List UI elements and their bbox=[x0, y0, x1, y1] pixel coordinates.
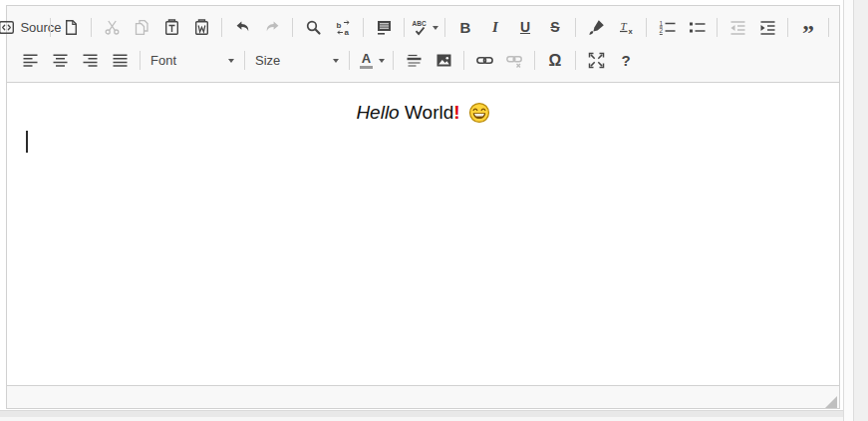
find-button[interactable] bbox=[299, 15, 327, 40]
blockquote-icon: ” bbox=[800, 19, 817, 36]
italic-icon: I bbox=[487, 19, 504, 36]
new-page-button[interactable] bbox=[57, 15, 85, 40]
remove-format-button[interactable]: Tx bbox=[612, 15, 640, 40]
bold-icon: B bbox=[457, 19, 474, 36]
question-mark-icon: ? bbox=[618, 52, 635, 69]
underline-button[interactable]: U bbox=[511, 15, 539, 40]
bulleted-list-icon bbox=[689, 19, 706, 36]
replace-icon: ba bbox=[335, 19, 352, 36]
font-combo[interactable]: Font bbox=[145, 48, 239, 73]
insert-special-character-button[interactable]: Ω bbox=[541, 48, 569, 73]
horizontal-rule-icon bbox=[406, 52, 423, 69]
align-right-button[interactable] bbox=[76, 48, 104, 73]
resize-handle-icon[interactable] bbox=[825, 394, 837, 406]
align-justify-icon bbox=[112, 52, 129, 69]
toolbar-separator bbox=[534, 51, 535, 70]
redo-icon bbox=[264, 19, 281, 36]
decrease-indent-button[interactable] bbox=[723, 15, 751, 40]
text-color-button[interactable]: A bbox=[356, 48, 387, 73]
toolbar-separator bbox=[717, 18, 718, 37]
paste-word-icon bbox=[193, 19, 210, 36]
omega-icon: Ω bbox=[547, 52, 564, 69]
copy-button[interactable] bbox=[128, 15, 155, 40]
paste-as-plain-text-button[interactable] bbox=[157, 15, 185, 40]
exclamation-text: ! bbox=[453, 102, 459, 123]
paste-text-icon bbox=[163, 19, 180, 36]
maximize-button[interactable] bbox=[582, 48, 610, 73]
source-label: Source bbox=[20, 20, 61, 35]
toolbar-separator bbox=[221, 18, 222, 37]
toolbar-separator bbox=[575, 51, 576, 70]
paste-from-word-button[interactable] bbox=[187, 15, 215, 40]
svg-text:x: x bbox=[628, 27, 633, 36]
spell-check-button[interactable]: ABC bbox=[411, 15, 438, 40]
vertical-scrollbar[interactable] bbox=[843, 0, 854, 421]
hello-italic-text: Hello bbox=[356, 102, 399, 123]
size-combo-label: Size bbox=[255, 53, 280, 68]
toolbar-separator bbox=[91, 18, 92, 37]
svg-text:a: a bbox=[344, 28, 349, 37]
toolbar-separator bbox=[404, 18, 405, 37]
decrease-indent-icon bbox=[729, 19, 746, 36]
editor-content-area[interactable]: Hello World! bbox=[7, 83, 839, 385]
insert-numbered-list-button[interactable]: 12 bbox=[653, 15, 681, 40]
find-icon bbox=[305, 19, 322, 36]
image-icon bbox=[435, 52, 452, 69]
toolbar-separator bbox=[349, 51, 350, 70]
align-center-button[interactable] bbox=[46, 48, 74, 73]
svg-text:2: 2 bbox=[659, 27, 663, 34]
about-button[interactable]: ? bbox=[612, 48, 640, 73]
chevron-down-icon bbox=[228, 59, 234, 63]
font-combo-label: Font bbox=[150, 53, 176, 68]
italic-button[interactable]: I bbox=[481, 15, 509, 40]
svg-text:ABC: ABC bbox=[412, 20, 426, 27]
toolbar-row-2: FontSizeAΩ? bbox=[15, 45, 831, 76]
undo-icon bbox=[234, 19, 251, 36]
window-bottom-strip-light bbox=[0, 417, 843, 421]
spellcheck-icon: ABC bbox=[412, 19, 429, 36]
link-icon bbox=[476, 52, 493, 69]
bold-button[interactable]: B bbox=[451, 15, 479, 40]
strikethrough-button[interactable]: S bbox=[541, 15, 569, 40]
select-all-button[interactable] bbox=[370, 15, 398, 40]
size-combo[interactable]: Size bbox=[250, 48, 344, 73]
unlink-icon bbox=[506, 52, 523, 69]
source-button[interactable]: Source bbox=[16, 15, 44, 40]
rich-text-editor: SourcebaABCBIUSTx12”<></><!?>FontSizeAΩ?… bbox=[6, 5, 840, 409]
maximize-icon bbox=[588, 52, 605, 69]
redo-button[interactable] bbox=[258, 15, 286, 40]
copy-formatting-button[interactable] bbox=[582, 15, 610, 40]
insert-link-button[interactable] bbox=[470, 48, 498, 73]
insert-image-button[interactable] bbox=[430, 48, 457, 73]
replace-button[interactable]: ba bbox=[329, 15, 357, 40]
underline-icon: U bbox=[517, 19, 534, 36]
toolbar-separator bbox=[244, 51, 245, 70]
undo-button[interactable] bbox=[228, 15, 256, 40]
svg-text:1: 1 bbox=[659, 20, 663, 27]
toolbar-separator bbox=[787, 18, 788, 37]
copy-icon bbox=[134, 19, 150, 36]
insert-horizontal-rule-button[interactable] bbox=[400, 48, 428, 73]
unlink-button[interactable] bbox=[500, 48, 528, 73]
blockquote-button[interactable]: ” bbox=[794, 15, 822, 40]
new-page-icon bbox=[63, 19, 80, 36]
toolbar-separator bbox=[444, 18, 445, 37]
toolbar-row-1: SourcebaABCBIUSTx12”<></><!?> bbox=[15, 10, 831, 45]
text-cursor-caret bbox=[26, 131, 28, 153]
align-center-icon bbox=[52, 52, 69, 69]
insert-bulleted-list-button[interactable] bbox=[683, 15, 711, 40]
chevron-down-icon bbox=[379, 59, 385, 63]
window-bottom-strip bbox=[0, 410, 843, 417]
toolbar-separator bbox=[828, 18, 829, 37]
increase-indent-button[interactable] bbox=[753, 15, 781, 40]
source-icon bbox=[0, 19, 15, 36]
text-color-icon: A bbox=[358, 52, 375, 69]
cut-button[interactable] bbox=[98, 15, 126, 40]
align-left-button[interactable] bbox=[16, 48, 44, 73]
svg-text:T: T bbox=[620, 20, 627, 32]
remove-format-icon: Tx bbox=[618, 19, 635, 36]
grinning-face-emoji-icon bbox=[468, 102, 490, 131]
toolbar-separator bbox=[363, 18, 364, 37]
select-all-icon bbox=[376, 19, 393, 36]
align-justify-button[interactable] bbox=[106, 48, 134, 73]
